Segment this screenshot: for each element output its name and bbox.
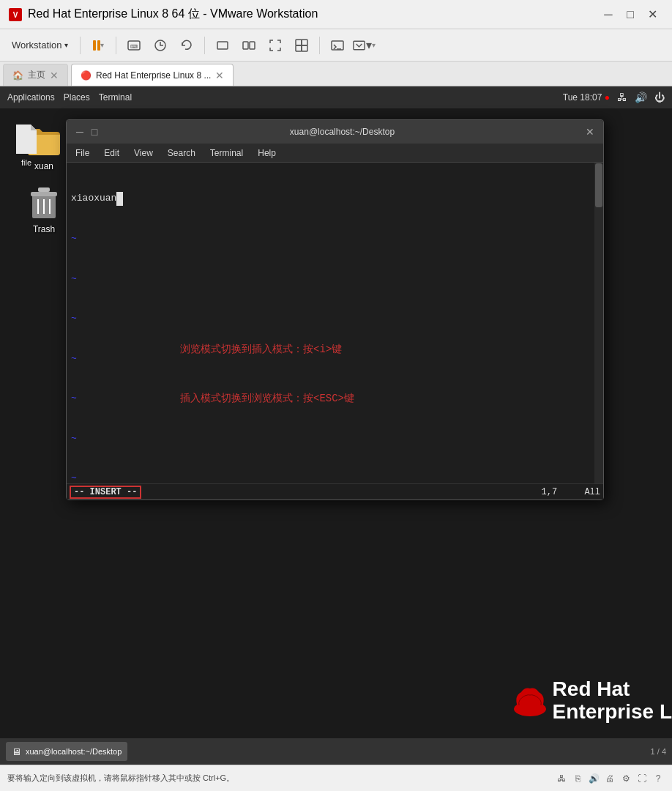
svg-rect-8 (296, 40, 302, 45)
tab-home[interactable]: 🏠 主页 ✕ (3, 64, 68, 86)
volume-icon[interactable]: 🔊 (635, 92, 647, 103)
svg-rect-12 (332, 41, 343, 50)
fullscreen-status-icon[interactable]: ⛶ (635, 772, 649, 785)
split-view-button[interactable] (237, 34, 261, 57)
vm-settings-status-icon[interactable]: ⚙ (619, 772, 632, 785)
close-button[interactable]: ✕ (641, 4, 663, 26)
vmware-status-hint: 要将输入定向到该虚拟机，请将鼠标指针移入其中或按 Ctrl+G。 (7, 773, 234, 784)
redhat-text: Red Hat Enterprise L (553, 678, 672, 724)
svg-text:⌨: ⌨ (130, 44, 138, 49)
tilde-1: ~ (71, 232, 599, 245)
redhat-hat-icon (509, 679, 553, 723)
places-menu[interactable]: Places (64, 92, 90, 103)
svg-rect-14 (354, 41, 365, 49)
svg-rect-16 (31, 192, 57, 196)
vim-position: 1,7 All (542, 487, 600, 497)
normal-view-button[interactable] (211, 34, 234, 57)
terminal-menu[interactable]: Terminal (99, 92, 132, 103)
printer-status-icon[interactable]: 🖨 (603, 772, 616, 785)
network-status-icon[interactable]: 🖧 (555, 772, 568, 785)
svg-text:V: V (13, 11, 18, 19)
terminal-taskbar-label: xuan@localhost:~/Desktop (26, 747, 122, 756)
terminal-body[interactable]: xiaoxuan ~ ~ ~ ~ ~ ~ ~ ~ ~ ~ ~ ~ ~ ~ ~ (67, 163, 603, 483)
tabs-bar: 🏠 主页 ✕ 🔴 Red Hat Enterprise Linux 8 ... … (0, 62, 672, 86)
terminal-help-menu[interactable]: Help (253, 146, 280, 160)
terminal-label: Terminal (99, 92, 132, 103)
vmware-toolbar: Workstation ▾ ▾ ⌨ (0, 29, 672, 62)
svg-rect-7 (250, 42, 255, 49)
vim-content-line1: xiaoxuan (71, 192, 599, 205)
trash-icon-img (26, 186, 61, 221)
window-title: Red Hat Enterprise Linux 8 64 位 - VMware… (28, 7, 318, 22)
rhel-desktop[interactable]: Applications Places Terminal Tue 18:07 ●… (0, 86, 672, 738)
tilde-2: ~ (71, 272, 599, 286)
toolbar-separator-4 (319, 37, 320, 54)
home-tab-label: 主页 (28, 69, 45, 81)
svg-rect-11 (302, 45, 307, 51)
titlebar: V Red Hat Enterprise Linux 8 64 位 - VMwa… (0, 0, 672, 29)
svg-rect-9 (302, 40, 307, 45)
svg-rect-5 (217, 42, 228, 49)
clock-display: Tue 18:07 ● (563, 92, 610, 103)
terminal-titlebar: ─ □ xuan@localhost:~/Desktop ✕ (67, 120, 603, 144)
terminal-scrollbar[interactable] (594, 163, 603, 483)
terminal-window[interactable]: ─ □ xuan@localhost:~/Desktop ✕ File Edit… (66, 119, 604, 500)
home-tab-close[interactable]: ✕ (50, 70, 59, 81)
normal-view-icon (215, 38, 230, 53)
tab-rhel[interactable]: 🔴 Red Hat Enterprise Linux 8 ... ✕ (71, 64, 234, 86)
split-view-icon (242, 38, 256, 53)
snapshot-button[interactable] (149, 34, 172, 57)
terminal-terminal-menu[interactable]: Terminal (206, 146, 247, 160)
workstation-dropdown-icon: ▾ (64, 41, 68, 49)
redhat-logo: Red Hat Enterprise L (509, 678, 672, 724)
vm-taskbar-pager: 1 / 4 (651, 747, 666, 756)
network-icon[interactable]: 🖧 (617, 92, 627, 103)
trash-icon-label: Trash (33, 224, 55, 234)
terminal-maximize-button[interactable]: □ (87, 125, 102, 139)
fullscreen-button[interactable] (264, 34, 287, 57)
hint-line1: 浏览模式切换到插入模式：按<i>键 (180, 341, 354, 357)
terminal-file-menu[interactable]: File (71, 146, 94, 160)
settings-button[interactable]: ▾ ▾ (352, 34, 376, 57)
insert-mode-indicator: -- INSERT -- (70, 486, 141, 499)
pause-button[interactable]: ▾ (86, 34, 110, 57)
send-ctrlaltdel-button[interactable]: ⌨ (122, 34, 146, 57)
vm-area[interactable]: Applications Places Terminal Tue 18:07 ●… (0, 86, 672, 738)
terminal-statusbar: -- INSERT -- 1,7 All (67, 483, 603, 500)
console-view-button[interactable] (326, 34, 349, 57)
rhel-tab-label: Red Hat Enterprise Linux 8 ... (96, 70, 211, 81)
power-icon[interactable]: ⏻ (654, 92, 665, 103)
terminal-scrollbar-thumb[interactable] (595, 163, 602, 207)
snapshot-icon (153, 38, 168, 53)
fullscreen-icon (268, 38, 283, 53)
help-status-icon[interactable]: ? (652, 772, 665, 785)
applications-label: Applications (7, 92, 55, 103)
terminal-close-button[interactable]: ✕ (583, 125, 597, 139)
usb-status-icon[interactable]: ⎘ (571, 772, 584, 785)
file-icon-img (13, 123, 40, 155)
audio-status-icon[interactable]: 🔊 (587, 772, 600, 785)
workstation-label: Workstation (12, 40, 61, 51)
revert-button[interactable] (175, 34, 198, 57)
terminal-edit-menu[interactable]: Edit (100, 146, 124, 160)
applications-menu[interactable]: Applications (7, 92, 55, 103)
hint-line2: 插入模式切换到浏览模式：按<ESC>键 (180, 390, 354, 406)
terminal-view-menu[interactable]: View (130, 146, 157, 160)
desktop-icon-trash[interactable]: Trash (15, 186, 73, 234)
home-tab-icon: 🏠 (12, 70, 23, 81)
file-desktop-icon[interactable]: file (13, 123, 40, 167)
terminal-search-menu[interactable]: Search (163, 146, 200, 160)
vm-taskbar-item[interactable]: 🖥 xuan@localhost:~/Desktop (6, 742, 127, 761)
terminal-title: xuan@localhost:~/Desktop (102, 127, 583, 137)
settings-dropdown-icon: ▾ (366, 38, 372, 52)
terminal-minimize-button[interactable]: ─ (72, 125, 87, 139)
minimize-button[interactable]: ─ (597, 4, 619, 26)
vmware-statusbar-icons: 🖧 ⎘ 🔊 🖨 ⚙ ⛶ ? (555, 772, 665, 785)
workstation-menu[interactable]: Workstation ▾ (6, 34, 74, 57)
maximize-button[interactable]: □ (619, 4, 641, 26)
rhel-tab-close[interactable]: ✕ (215, 70, 224, 81)
places-label: Places (64, 92, 90, 103)
unity-view-button[interactable] (290, 34, 313, 57)
vmware-icon: V (9, 8, 22, 21)
toolbar-separator-2 (116, 37, 116, 54)
